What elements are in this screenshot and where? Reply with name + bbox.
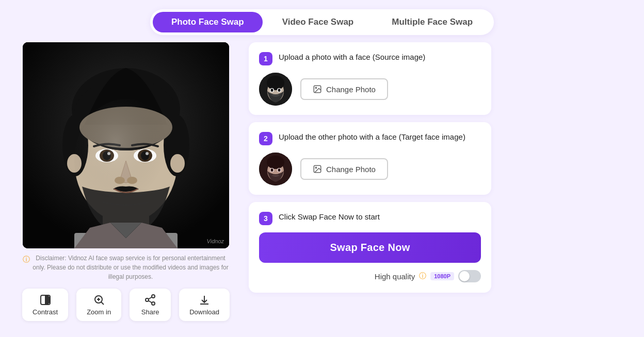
step2-avatar: [259, 153, 292, 186]
svg-point-30: [152, 302, 155, 305]
watermark: Vidnoz: [207, 238, 224, 244]
svg-point-29: [146, 298, 149, 301]
contrast-label: Contrast: [33, 308, 58, 316]
right-panel: 1 Upload a photo with a face (Source ima…: [249, 42, 491, 293]
step2-header: 2 Upload the other photo with a face (Ta…: [259, 131, 481, 145]
bottom-toolbar: Contrast Zoom in: [22, 289, 230, 321]
quality-badge: 1080P: [430, 272, 454, 280]
step1-avatar: [259, 73, 292, 106]
tab-photo-face-swap[interactable]: Photo Face Swap: [153, 12, 263, 32]
toggle-knob: [459, 271, 470, 281]
download-button[interactable]: Download: [179, 289, 230, 321]
step1-header: 1 Upload a photo with a face (Source ima…: [259, 52, 481, 65]
step1-change-photo-button[interactable]: Change Photo: [300, 78, 388, 100]
step2-card: 2 Upload the other photo with a face (Ta…: [249, 122, 491, 195]
tabs-pill: Photo Face Swap Video Face Swap Multiple…: [150, 9, 494, 35]
tab-video-face-swap[interactable]: Video Face Swap: [264, 12, 373, 32]
quality-row: High quality ⓘ 1080P: [259, 270, 481, 282]
tabs-container: Photo Face Swap Video Face Swap Multiple…: [150, 9, 494, 35]
info-icon: ⓘ: [23, 254, 30, 265]
main-content: Vidnoz ⓘ Disclaimer: Vidnoz AI face swap…: [18, 42, 626, 337]
svg-line-25: [101, 302, 104, 305]
step1-change-photo-label: Change Photo: [326, 85, 376, 94]
share-icon: [144, 294, 156, 306]
svg-point-39: [278, 89, 281, 92]
step1-title: Upload a photo with a face (Source image…: [279, 52, 425, 62]
quality-info-icon: ⓘ: [419, 272, 426, 281]
step2-content: Change Photo: [259, 153, 481, 186]
download-label: Download: [189, 308, 219, 316]
left-panel: Vidnoz ⓘ Disclaimer: Vidnoz AI face swap…: [18, 42, 234, 321]
step2-title: Upload the other photo with a face (Targ…: [279, 131, 465, 142]
step3-card: 3 Click Swap Face Now to start Swap Face…: [249, 202, 491, 293]
svg-line-32: [149, 297, 152, 299]
step2-avatar-image: [259, 153, 292, 186]
step1-content: Change Photo: [259, 73, 481, 106]
image-icon-1: [313, 85, 322, 94]
download-icon: [198, 294, 211, 306]
step3-title: Click Swap Face Now to start: [279, 211, 380, 222]
zoom-label: Zoom in: [87, 308, 111, 316]
swap-face-now-button[interactable]: Swap Face Now: [259, 232, 481, 263]
zoom-icon: [93, 294, 105, 306]
share-button[interactable]: Share: [130, 289, 171, 321]
quality-label: High quality: [375, 272, 415, 281]
disclaimer: ⓘ Disclaimer: Vidnoz AI face swap servic…: [23, 254, 229, 281]
svg-point-22: [74, 99, 178, 223]
step2-change-photo-button[interactable]: Change Photo: [300, 158, 388, 180]
image-icon-2: [313, 164, 322, 174]
step1-avatar-image: [259, 73, 292, 106]
svg-point-38: [271, 89, 273, 92]
disclaimer-text: Disclaimer: Vidnoz AI face swap service …: [32, 254, 229, 281]
step2-badge: 2: [259, 132, 272, 145]
step3-header: 3 Click Swap Face Now to start: [259, 211, 481, 225]
svg-line-31: [149, 301, 152, 303]
step2-change-photo-label: Change Photo: [326, 165, 376, 174]
face-image: [23, 42, 229, 248]
step1-badge: 1: [259, 52, 272, 65]
contrast-icon: [39, 294, 52, 306]
image-preview: Vidnoz: [23, 42, 229, 248]
step3-badge: 3: [259, 212, 272, 225]
svg-point-41: [315, 87, 316, 88]
share-label: Share: [141, 308, 159, 316]
svg-point-35: [267, 76, 284, 90]
svg-point-51: [315, 167, 316, 168]
tab-multiple-face-swap[interactable]: Multiple Face Swap: [373, 12, 491, 32]
svg-rect-49: [259, 153, 292, 186]
svg-point-28: [152, 295, 155, 298]
contrast-button[interactable]: Contrast: [22, 289, 68, 321]
step1-card: 1 Upload a photo with a face (Source ima…: [249, 42, 491, 115]
quality-toggle[interactable]: [458, 270, 481, 282]
zoom-in-button[interactable]: Zoom in: [76, 289, 121, 321]
image-preview-inner: Vidnoz: [23, 42, 229, 248]
